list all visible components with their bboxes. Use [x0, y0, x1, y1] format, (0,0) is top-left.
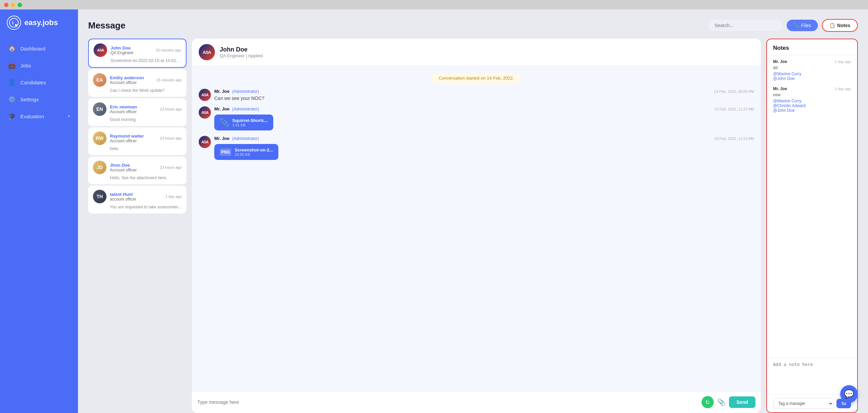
conv-name: Raymond watler: [110, 133, 157, 139]
conv-role: Account officer: [110, 168, 157, 172]
conv-preview: Good morning: [93, 117, 182, 122]
conv-preview: Hello, See the attachment here,: [93, 175, 182, 180]
chat-user-info: John Doe QA Engineer | Applied: [220, 46, 263, 58]
notes-header: Notes: [767, 39, 857, 55]
notes-icon: 📋: [829, 23, 835, 28]
note-mentions: @Maxine Curry @Christin Adward @John Doe: [773, 99, 851, 113]
png-icon: PNG: [220, 148, 231, 156]
attach-button[interactable]: 📎: [717, 398, 726, 406]
sidebar-item-candidates[interactable]: 👤 Candidates: [0, 74, 78, 91]
message-row: ASA Mr. Joe (Administrator) 15 Feb, 2022…: [199, 106, 754, 130]
file-info: Squirrel-Shortc... 1.41 KB: [232, 118, 268, 127]
send-button[interactable]: Send: [729, 396, 755, 408]
conv-time: 15 minutes ago: [156, 78, 182, 82]
list-item[interactable]: TH talent Hunt account officer 1 day ago…: [88, 186, 186, 213]
note-mention: @John Doe: [773, 108, 851, 113]
conv-preview: You are requested to take assessmen...: [93, 205, 182, 209]
chat-user-role: QA Engineer | Applied: [220, 53, 263, 58]
message-time: 16 Feb, 2022, 11:53 AM: [714, 137, 754, 141]
message-content: Mr. Joe (Administrator) 15 Feb, 2022, 11…: [214, 106, 754, 130]
avatar: JD: [93, 161, 106, 174]
notes-panel: Notes Mr. Joe 1 day ago dd @Maxine Curry…: [766, 39, 858, 413]
content-area: ASA John Doe QA Engineer 10 minutes ago …: [78, 39, 868, 413]
list-item[interactable]: ASA John Doe QA Engineer 10 minutes ago …: [88, 39, 186, 68]
message-meta: Mr. Joe (Administrator) 16 Feb, 2022, 11…: [214, 136, 754, 141]
file-info: Screenshot-on-2... 33.55 KB: [235, 147, 273, 157]
candidates-icon: 👤: [8, 79, 16, 86]
header-actions: 📎 Files 📋 Notes: [708, 19, 858, 32]
message-avatar: ASA: [199, 89, 211, 101]
conv-role: account officer: [110, 197, 162, 202]
page-title: Message: [88, 20, 125, 31]
message-input[interactable]: [197, 399, 698, 405]
message-time: 15 Feb, 2022, 11:27 AM: [714, 107, 754, 111]
paperclip-icon: 📎: [793, 23, 799, 28]
notes-button[interactable]: 📋 Notes: [822, 19, 858, 32]
note-author: Mr. Joe: [773, 59, 787, 64]
chat-avatar: ASA: [199, 44, 215, 60]
conv-name: talent Hunt: [110, 192, 162, 197]
chat-bubble-button[interactable]: 💬: [840, 385, 858, 403]
notes-textarea[interactable]: [773, 362, 851, 389]
svg-text:i: i: [12, 20, 14, 25]
notes-button-label: Notes: [837, 23, 850, 28]
list-item[interactable]: EN Eric newman Account officer 23 hours …: [88, 98, 186, 126]
avatar: EN: [93, 102, 106, 116]
message-text: Can we see your NOC?: [214, 96, 754, 101]
message-time: 14 Feb, 2022, 06:09 PM: [714, 89, 754, 94]
file-size: 33.55 KB: [235, 152, 273, 157]
refresh-button[interactable]: ↻: [702, 396, 714, 408]
note-mention: @John Doe: [773, 76, 851, 81]
conv-time: 23 hours ago: [160, 136, 182, 140]
close-button[interactable]: [4, 3, 8, 7]
conv-name: Jhon Doe: [110, 163, 157, 168]
chevron-down-icon: ▾: [68, 114, 70, 119]
conversation-list: ASA John Doe QA Engineer 10 minutes ago …: [88, 39, 186, 413]
list-item[interactable]: RW Raymond watler Account officer 23 hou…: [88, 127, 186, 155]
conv-time: 23 hours ago: [160, 165, 182, 169]
sidebar-item-evaluation[interactable]: 🎓 Evaluation ▾: [0, 108, 78, 125]
files-button[interactable]: 📎 Files: [787, 20, 818, 31]
message-meta: Mr. Joe (Administrator) 15 Feb, 2022, 11…: [214, 106, 754, 111]
message-sender: Mr. Joe: [214, 89, 230, 94]
note-mention: @Maxine Curry: [773, 99, 851, 103]
note-item: Mr. Joe 1 day ago new @Maxine Curry @Chr…: [773, 86, 851, 113]
conv-name: Emiliy anderson: [110, 75, 153, 80]
file-name: Screenshot-on-2...: [235, 147, 273, 152]
note-text: new: [773, 92, 851, 97]
evaluation-icon: 🎓: [8, 112, 16, 120]
search-input[interactable]: [708, 20, 783, 31]
tag-manager-select[interactable]: Tag a manager: [773, 398, 834, 409]
note-mention: @Maxine Curry: [773, 71, 851, 76]
message-content: Mr. Joe (Administrator) 16 Feb, 2022, 11…: [214, 136, 754, 160]
message-role: (Administrator): [232, 136, 259, 141]
conv-time: 23 hours ago: [160, 107, 182, 111]
message-avatar: ASA: [199, 136, 211, 148]
message-row: ASA Mr. Joe (Administrator) 16 Feb, 2022…: [199, 136, 754, 160]
file-attachment[interactable]: 📎 Squirrel-Shortc... 1.41 KB: [214, 115, 273, 130]
conv-role: Account officer: [110, 139, 157, 143]
conv-preview: hello: [93, 146, 182, 151]
note-mention: @Christin Adward: [773, 103, 851, 108]
sidebar-item-label: Evaluation: [20, 113, 63, 119]
conv-preview: Can I check the Work update?: [93, 88, 182, 93]
file-name: Squirrel-Shortc...: [232, 118, 268, 123]
note-mentions: @Maxine Curry @John Doe: [773, 71, 851, 81]
file-attachment[interactable]: PNG Screenshot-on-2... 33.55 KB: [214, 144, 278, 160]
sidebar-item-settings[interactable]: ⚙️ Settings: [0, 91, 78, 108]
attachment-icon: 📎: [220, 118, 229, 127]
files-button-label: Files: [801, 23, 811, 28]
conv-role: Account officer: [110, 80, 153, 85]
sidebar-item-label: Jobs: [20, 63, 70, 68]
minimize-button[interactable]: [11, 3, 15, 7]
page-header: Message 📎 Files 📋 Notes: [78, 19, 868, 39]
maximize-button[interactable]: [18, 3, 22, 7]
list-item[interactable]: EA Emiliy anderson Account officer 15 mi…: [88, 69, 186, 97]
chat-user-name: John Doe: [220, 46, 263, 53]
home-icon: 🏠: [8, 45, 16, 52]
list-item[interactable]: JD Jhon Doe Account officer 23 hours ago…: [88, 157, 186, 184]
sidebar-item-dashboard[interactable]: 🏠 Dashboard: [0, 40, 78, 57]
message-sender: Mr. Joe: [214, 136, 230, 141]
chat-header: ASA John Doe QA Engineer | Applied: [192, 39, 761, 66]
sidebar-item-jobs[interactable]: 💼 Jobs: [0, 57, 78, 74]
